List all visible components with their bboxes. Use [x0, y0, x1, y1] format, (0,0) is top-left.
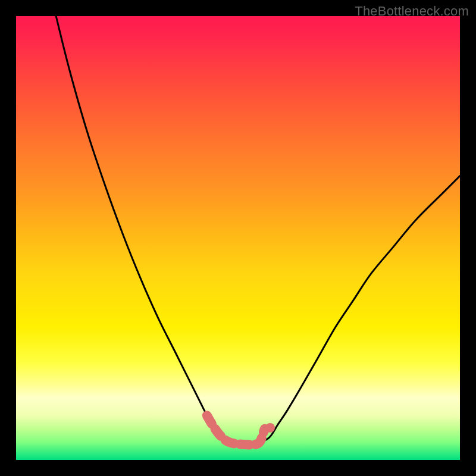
valley-marker-right-dot	[265, 423, 275, 433]
chart-plot-area	[16, 16, 460, 460]
chart-svg	[16, 16, 460, 460]
watermark-text: TheBottleneck.com	[355, 4, 469, 19]
right-curve	[256, 176, 460, 444]
left-curve	[56, 16, 256, 444]
valley-marker	[207, 415, 265, 444]
